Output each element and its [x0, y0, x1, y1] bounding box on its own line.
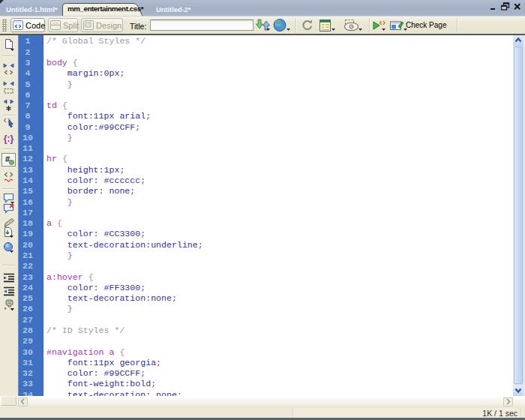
- svg-text:<>: <>: [53, 21, 58, 26]
- svg-text:,,: ,,: [8, 195, 11, 200]
- svg-text:{:}: {:}: [4, 134, 14, 144]
